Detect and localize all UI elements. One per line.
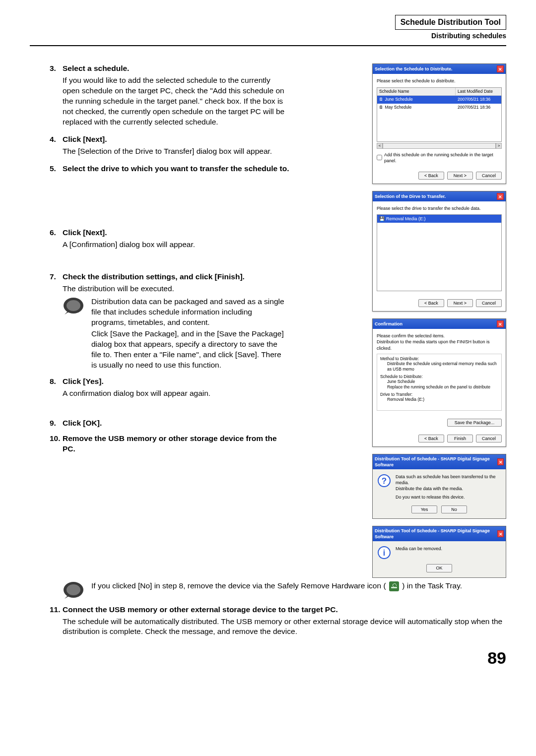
media-removed-dialog: Distribution Tool of Schedule - SHARP Di…: [372, 526, 506, 577]
close-icon[interactable]: ✕: [497, 193, 504, 200]
step-6-heading: 6. Click [Next].: [50, 228, 288, 238]
step-3-body: If you would like to add the selected sc…: [63, 75, 288, 127]
dialog-title-text: Distribution Tool of Schedule - SHARP Di…: [375, 528, 497, 540]
step-6-body: A [Confirmation] dialog box will appear.: [63, 240, 288, 250]
step-number: 6.: [50, 228, 63, 238]
back-button[interactable]: < Back: [418, 172, 444, 180]
note-text-a: If you clicked [No] in step 8, remove th…: [91, 581, 386, 590]
row-date: 2007/05/21 18:36: [456, 104, 501, 111]
row-name: May Schedule: [385, 105, 411, 110]
step-number: 3.: [50, 63, 63, 74]
next-button[interactable]: Next >: [447, 172, 473, 180]
svg-text:i: i: [383, 549, 385, 557]
calendar-icon: 🗓: [379, 105, 385, 110]
step-7-heading: 7. Check the distribution settings, and …: [50, 272, 288, 282]
schedule-name: June Schedule: [387, 379, 498, 384]
select-drive-dialog: Selection of the Dirve to Transfer. ✕ Pl…: [372, 191, 506, 312]
drive-label: Removal Media (E:): [386, 216, 426, 222]
calendar-icon: 🗓: [379, 97, 385, 102]
ok-button[interactable]: OK: [426, 564, 452, 572]
info-icon: i: [378, 546, 391, 559]
step-title: Remove the USB memory or other storage d…: [63, 434, 288, 454]
step-title: Connect the USB memory or other external…: [63, 605, 338, 615]
release-device-dialog: Distribution Tool of Schedule - SHARP Di…: [372, 454, 506, 519]
step-10-heading: 10. Remove the USB memory or other stora…: [50, 434, 288, 454]
horizontal-scrollbar[interactable]: < >: [377, 143, 502, 149]
select-schedule-dialog: Selection the Schedule to Distribute. ✕ …: [372, 63, 506, 184]
close-icon[interactable]: ✕: [497, 458, 504, 465]
dialog-titlebar: Selection of the Dirve to Transfer. ✕: [373, 191, 506, 201]
step-title: Select the drive to which you want to tr…: [63, 164, 289, 174]
scroll-left-icon[interactable]: <: [377, 143, 383, 149]
confirm-line1: Please confirm the selected items.: [377, 333, 502, 339]
tip-icon: [63, 581, 84, 599]
dialog-instruction: Please select the schedule to distribute…: [377, 78, 502, 84]
dialog-instruction: Please select the drive to transfer the …: [377, 205, 502, 211]
dialog-titlebar: Selection the Schedule to Distribute. ✕: [373, 64, 506, 74]
schedule-label: Schedule to Distribute:: [380, 374, 498, 379]
safely-remove-hardware-icon: [389, 581, 399, 591]
save-package-button[interactable]: Save the Package...: [447, 419, 502, 427]
yes-button[interactable]: Yes: [411, 505, 437, 513]
schedule-list[interactable]: Schedule Name Last Modified Date 🗓 June …: [377, 87, 502, 142]
col-header-name: Schedule Name: [377, 88, 456, 95]
method-text: Distribute the schedule using external m…: [387, 361, 498, 372]
col-header-date: Last Modified Date: [456, 88, 501, 95]
method-label: Method to Distribute:: [380, 356, 498, 362]
drive-row-selected[interactable]: 💾 Removal Media (E:): [377, 215, 501, 223]
step-number: 9.: [50, 418, 63, 429]
no-button[interactable]: No: [441, 505, 467, 513]
confirm-line2: Distribution to the media starts upon th…: [377, 339, 502, 351]
step-7-body: The distribution will be executed.: [63, 284, 288, 294]
scroll-right-icon[interactable]: >: [496, 143, 502, 149]
step-number: 10.: [50, 434, 63, 454]
page-header: Schedule Distribution Tool Distributing …: [30, 15, 506, 46]
close-icon[interactable]: ✕: [497, 65, 504, 72]
confirm-details: Method to Distribute: Distribute the sch…: [377, 354, 502, 411]
step-11-body: The schedule will be automatically distr…: [63, 617, 506, 637]
header-title-box: Schedule Distribution Tool: [395, 15, 506, 30]
add-schedule-checkbox[interactable]: [377, 155, 382, 160]
step-5-heading: 5. Select the drive to which you want to…: [50, 164, 362, 174]
checkbox-label: Add this schedule on the running schedul…: [384, 152, 502, 164]
step-11-heading: 11. Connect the USB memory or other exte…: [50, 605, 506, 615]
step-9-heading: 9. Click [OK].: [50, 418, 288, 429]
close-icon[interactable]: ✕: [497, 320, 504, 327]
note-paragraph-1: Distribution data can be packaged and sa…: [91, 297, 288, 328]
msg-line1: Data such as schedule has been transferr…: [396, 474, 501, 486]
drive-list[interactable]: 💾 Removal Media (E:): [377, 214, 502, 291]
cancel-button[interactable]: Cancel: [476, 172, 502, 180]
dialog-title-text: Confirmation: [375, 321, 402, 327]
step-10-note: If you clicked [No] in step 8, remove th…: [63, 581, 506, 599]
msg-text: Media can be removed.: [396, 546, 501, 559]
page-number: 89: [30, 647, 506, 670]
step-title: Click [Next].: [63, 228, 107, 238]
question-icon: ?: [378, 474, 391, 487]
cancel-button[interactable]: Cancel: [476, 435, 502, 442]
step-number: 11.: [50, 605, 63, 615]
finish-button[interactable]: Finish: [447, 435, 473, 442]
row-date: 2007/05/21 18:36: [456, 96, 501, 103]
cancel-button[interactable]: Cancel: [476, 299, 502, 307]
dialog-titlebar: Distribution Tool of Schedule - SHARP Di…: [373, 454, 506, 469]
back-button[interactable]: < Back: [418, 299, 444, 307]
step-title: Click [Next].: [63, 134, 107, 145]
note-text-b: ) in the Task Tray.: [402, 581, 462, 590]
list-row-selected[interactable]: 🗓 June Schedule 2007/05/21 18:36: [377, 96, 501, 103]
svg-text:?: ?: [382, 476, 387, 486]
dialog-title-text: Distribution Tool of Schedule - SHARP Di…: [375, 456, 497, 468]
list-row[interactable]: 🗓 May Schedule 2007/05/21 18:36: [377, 104, 501, 111]
svg-point-1: [67, 300, 80, 311]
back-button[interactable]: < Back: [418, 435, 444, 442]
step-7-note: Distribution data can be packaged and sa…: [63, 297, 288, 370]
schedule-action: Replace the running schedule on the pane…: [387, 384, 498, 390]
step-8-body: A confirmation dialog box will appear ag…: [63, 388, 288, 399]
step-4-body: The [Selection of the Drive to Transfer]…: [63, 146, 288, 157]
next-button[interactable]: Next >: [447, 299, 473, 307]
step-3-heading: 3. Select a schedule.: [50, 63, 288, 74]
step-4-heading: 4. Click [Next].: [50, 134, 288, 145]
scroll-track[interactable]: [383, 143, 496, 149]
header-subtitle: Distributing schedules: [30, 31, 506, 41]
close-icon[interactable]: ✕: [497, 530, 504, 537]
dialog-titlebar: Distribution Tool of Schedule - SHARP Di…: [373, 526, 506, 541]
